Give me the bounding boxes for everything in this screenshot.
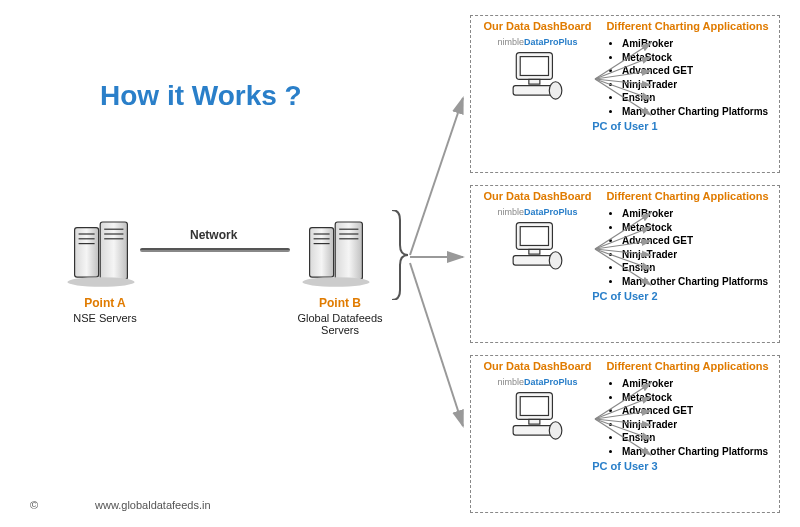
svg-rect-30 (513, 86, 554, 95)
svg-line-20 (410, 263, 463, 426)
point-a-label: Point A (55, 296, 155, 310)
svg-rect-9 (310, 228, 334, 278)
dashboard-header: Our Data DashBoard (475, 360, 600, 373)
svg-point-8 (67, 277, 134, 287)
app-item: Many other Charting Platforms (622, 105, 775, 119)
server-point-b: Point B Global Datafeeds Servers (280, 210, 400, 336)
app-item: Advanced GET (622, 64, 775, 78)
user-footer: PC of User 2 (475, 290, 775, 302)
svg-rect-1 (100, 222, 127, 280)
page-title: How it Works ? (100, 80, 302, 112)
arrow-to-user3 (408, 258, 470, 433)
svg-point-42 (549, 252, 562, 269)
product-name: nimbleDataProPlus (475, 377, 600, 387)
svg-rect-39 (520, 227, 548, 246)
user-footer: PC of User 3 (475, 460, 775, 472)
user-box-2: Our Data DashBoard Different Charting Ap… (470, 185, 780, 343)
apps-header: Different Charting Applications (600, 190, 775, 203)
svg-point-17 (302, 277, 369, 287)
svg-line-18 (410, 98, 463, 255)
svg-rect-10 (335, 222, 362, 280)
pc-icon (510, 49, 565, 109)
server-icon (65, 210, 145, 290)
server-icon (300, 210, 380, 290)
network-label: Network (190, 228, 237, 242)
apps-header: Different Charting Applications (600, 20, 775, 33)
app-item: MetaStock (622, 51, 775, 65)
svg-rect-28 (520, 57, 548, 76)
server-point-a: Point A NSE Servers (55, 210, 155, 324)
app-item: Ensign (622, 91, 775, 105)
user-box-3: Our Data DashBoard Different Charting Ap… (470, 355, 780, 513)
app-item: AmiBroker (622, 37, 775, 51)
app-item: Ensign (622, 261, 775, 275)
dashboard-header: Our Data DashBoard (475, 190, 600, 203)
app-item: NinjaTrader (622, 418, 775, 432)
app-item: MetaStock (622, 391, 775, 405)
product-name: nimbleDataProPlus (475, 207, 600, 217)
arrow-to-user1 (408, 90, 470, 260)
app-item: NinjaTrader (622, 248, 775, 262)
site-url: www.globaldatafeeds.in (95, 499, 211, 511)
app-item: Many other Charting Platforms (622, 275, 775, 289)
network-connector (140, 248, 290, 252)
user-footer: PC of User 1 (475, 120, 775, 132)
app-item: AmiBroker (622, 207, 775, 221)
app-item: AmiBroker (622, 377, 775, 391)
pc-icon (510, 389, 565, 449)
bracket-icon (390, 210, 408, 300)
point-b-label: Point B (280, 296, 400, 310)
svg-rect-0 (75, 228, 99, 278)
app-item: Many other Charting Platforms (622, 445, 775, 459)
svg-point-31 (549, 82, 562, 99)
svg-rect-29 (529, 80, 540, 85)
apps-list: AmiBrokerMetaStockAdvanced GETNinjaTrade… (600, 377, 775, 458)
dashboard-header: Our Data DashBoard (475, 20, 600, 33)
svg-point-53 (549, 422, 562, 439)
pc-icon (510, 219, 565, 279)
svg-rect-52 (513, 426, 554, 435)
svg-rect-41 (513, 256, 554, 265)
point-a-sublabel: NSE Servers (55, 312, 155, 324)
arrow-to-user2 (408, 250, 470, 264)
user-box-1: Our Data DashBoard Different Charting Ap… (470, 15, 780, 173)
product-name: nimbleDataProPlus (475, 37, 600, 47)
copyright-symbol: © (30, 499, 38, 511)
app-item: Ensign (622, 431, 775, 445)
point-b-sublabel: Global Datafeeds Servers (280, 312, 400, 336)
app-item: Advanced GET (622, 404, 775, 418)
app-item: Advanced GET (622, 234, 775, 248)
apps-list: AmiBrokerMetaStockAdvanced GETNinjaTrade… (600, 37, 775, 118)
svg-rect-50 (520, 397, 548, 416)
app-item: NinjaTrader (622, 78, 775, 92)
svg-rect-51 (529, 420, 540, 425)
apps-header: Different Charting Applications (600, 360, 775, 373)
app-item: MetaStock (622, 221, 775, 235)
apps-list: AmiBrokerMetaStockAdvanced GETNinjaTrade… (600, 207, 775, 288)
svg-rect-40 (529, 250, 540, 255)
